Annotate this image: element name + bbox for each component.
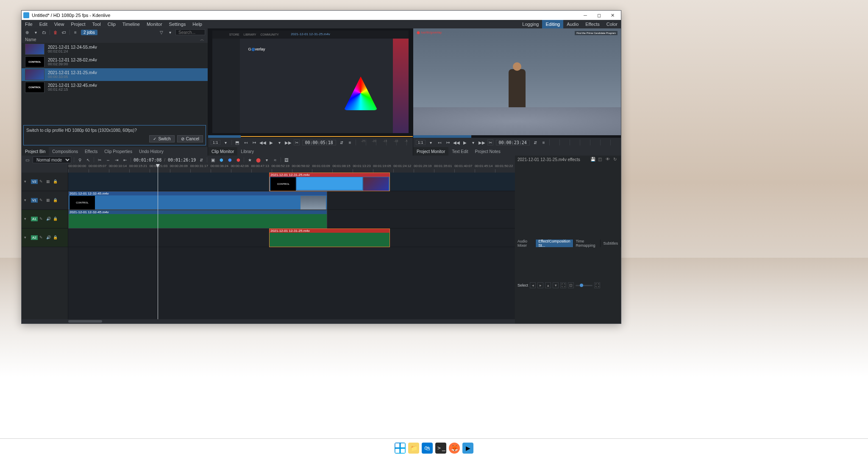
lock-icon[interactable]: 🔒 [53,217,58,222]
track-header-v1[interactable]: ▾ V1 ✎ ▦ 🔒 [22,191,68,210]
visible-icon[interactable]: ▦ [46,198,51,203]
menu-edit[interactable]: Edit [36,20,51,28]
track-v2[interactable]: 2021-12-01 12-31-25.m4v CONTROL [68,173,515,191]
bin-header[interactable]: Name ︿ [22,36,208,43]
layout-effects[interactable]: Effects [582,20,603,28]
tab-project-notes[interactable]: Project Notes [472,147,504,156]
tab-text-edit[interactable]: Text Edit [448,147,471,156]
layout-audio[interactable]: Audio [563,20,582,28]
zone-end-icon[interactable]: ↦ [445,139,451,145]
magnet-icon[interactable]: ⚲ [77,157,83,163]
list-icon[interactable]: ≡ [72,29,78,35]
mute-icon[interactable]: 🔊 [46,217,51,222]
zone-end-icon[interactable]: ↦ [251,139,257,145]
menu-icon[interactable]: ≡ [541,139,547,145]
record-icon[interactable]: ⬤ [255,157,261,163]
bin-item[interactable]: CONTROL 2021-12-01 12-28-02.m4v00:02:39:… [22,56,208,68]
project-scrubber[interactable] [413,135,621,138]
tab-effects[interactable]: Effects [81,147,101,156]
search-input[interactable] [175,29,205,35]
titlebar[interactable]: Untitled* / HD 1080p 25 fps - Kdenlive ─… [22,11,621,20]
select-down-icon[interactable]: ▾ [553,282,559,288]
taskbar[interactable]: 📁 🛍 ＞_ 🦊 ▶ [0,438,868,457]
edit-icon[interactable]: ✎ [39,235,45,240]
chevron-down-icon[interactable]: ▾ [277,139,283,145]
cancel-button[interactable]: ⊘Cancel [177,135,203,142]
select-up-icon[interactable]: ▴ [545,282,551,288]
layout-logging[interactable]: Logging [519,20,542,28]
chevron-down-icon[interactable]: ▾ [223,139,229,145]
select-next-icon[interactable]: ▸ [537,282,543,288]
delete-icon[interactable]: 🗑 [53,29,58,35]
track-header-a1[interactable]: ▾ A1 ✎ 🔊 🔒 [22,210,68,228]
fit-icon[interactable]: ⊡ [568,282,574,288]
tab-subtitles[interactable]: Subtitles [601,240,621,247]
timeline-scrollbar[interactable] [22,319,515,323]
spacer-icon[interactable]: ↔ [105,157,111,163]
store-icon[interactable]: 🛍 [422,443,433,454]
forward-icon[interactable]: ▶▶ [285,139,291,145]
clip-scrubber[interactable] [208,135,413,138]
layout-editing[interactable]: Editing [542,20,563,28]
zoom-level[interactable]: 1:1 [416,140,426,145]
clip-monitor-view[interactable]: 2021-12-01 12-31-25.m4v STORELIBRARYCOMM… [208,28,413,135]
rewind-icon[interactable]: ◀◀ [453,139,459,145]
timecode[interactable]: 00:00:23:24 [496,140,530,145]
layout-color[interactable]: Color [603,20,621,28]
terminal-icon[interactable]: ＞_ [435,443,446,454]
forward-icon[interactable]: ▶▶ [479,139,485,145]
chevron-down-icon[interactable]: ▾ [167,29,173,35]
track-a2[interactable]: 2021-12-01 12-31-25.m4v [68,228,515,247]
edit-icon[interactable]: ✎ [39,179,45,184]
color-icon[interactable]: ⬢ [218,157,224,163]
cut-icon[interactable]: ✂ [97,157,103,163]
zone-start-icon[interactable]: ↤ [243,139,249,145]
menu-icon[interactable]: ≡ [347,139,353,145]
track-header-a2[interactable]: ▾ A2 ✎ 🔊 🔒 [22,228,68,247]
menu-help[interactable]: Help [189,20,206,28]
marker-icon[interactable]: ▣ [210,157,216,163]
chevron-down-icon[interactable]: ▾ [24,235,29,240]
lock-icon[interactable]: 🔒 [53,179,58,184]
mute-icon[interactable]: 🔊 [46,235,51,240]
timeline-clip[interactable]: 2021-12-01 12-31-25.m4v CONTROL [269,173,390,191]
maximize-button[interactable]: ◻ [592,11,606,19]
playhead[interactable] [158,164,158,319]
menu-settings[interactable]: Settings [166,20,189,28]
chevron-down-icon[interactable]: ▾ [264,157,270,163]
fullscreen-icon[interactable]: ⛶ [594,282,600,288]
tab-library[interactable]: Library [237,147,257,156]
track-a1[interactable]: 2021-12-01 12-32-45.m4v [68,210,515,228]
chevron-down-icon[interactable]: ▾ [33,29,39,35]
reset-icon[interactable]: ↻ [613,157,618,162]
monitor-ruler[interactable]: -25-20-15-10-5 [356,139,410,145]
project-monitor-view[interactable]: ⬤ /usr/lib/goverlay Find the Prime Candi… [413,28,621,135]
tab-project-bin[interactable]: Project Bin [22,147,49,156]
chevron-down-icon[interactable]: ▾ [24,198,29,203]
monitor-ruler[interactable] [549,139,618,145]
file-explorer-icon[interactable]: 📁 [408,443,419,454]
pointer-icon[interactable]: ↖ [85,157,91,163]
rewind-icon[interactable]: ◀◀ [260,139,266,145]
tab-audio-mixer[interactable]: Audio Mixer [515,240,536,247]
menu-view[interactable]: View [51,20,68,28]
preview-icon[interactable]: ≈ [272,157,278,163]
tab-compositions[interactable]: Compositions [49,147,81,156]
bin-item[interactable]: 2021-12-01 12-31-25.m4v00:00:33:05 [22,68,208,81]
timeline-clip[interactable]: 2021-12-01 12-32-45.m4v [68,210,327,228]
thumbnail-icon[interactable]: 🖼 [284,157,289,163]
stepper-icon[interactable]: ⇵ [339,139,345,145]
firefox-icon[interactable]: 🦊 [449,443,460,454]
tab-effect-composition[interactable]: Effect/Composition St... [536,240,573,247]
color-icon[interactable]: ⬢ [235,157,241,163]
zoom-slider[interactable] [576,285,593,286]
zone-start-icon[interactable]: ↤ [437,139,442,145]
add-clip-icon[interactable]: ⊕ [24,29,30,35]
chevron-down-icon[interactable]: ▾ [470,139,476,145]
overwrite-icon[interactable]: ⇤ [122,157,128,163]
filter-icon[interactable]: ▽ [159,29,164,35]
kdenlive-taskbar-icon[interactable]: ▶ [462,443,473,454]
timeline-clip[interactable]: 2021-12-01 12-32-45.m4v CONTROL [68,191,327,210]
select-prev-icon[interactable]: ◂ [530,282,536,288]
expand-icon[interactable]: ⛶ [560,282,566,288]
